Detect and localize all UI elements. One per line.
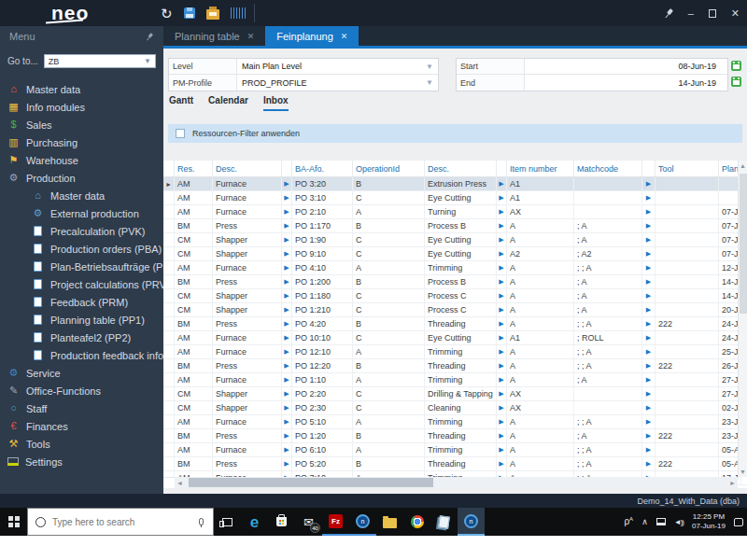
drilldown-arrow-icon[interactable]: ▶ xyxy=(642,205,655,218)
sidebar-item-planning-table-pp1[interactable]: Planning table (PP1) xyxy=(0,311,163,329)
drilldown-arrow-icon[interactable]: ▶ xyxy=(282,247,292,260)
table-row[interactable]: AMFurnace▶PO 2:10ATurning▶AX▶07-J xyxy=(163,205,747,219)
taskbar-clock[interactable]: 12:25 PM 07-Jun-19 xyxy=(692,512,726,531)
restore-icon[interactable] xyxy=(709,9,716,18)
drilldown-arrow-icon[interactable]: ▶ xyxy=(497,415,507,428)
column-header-desc[interactable]: Desc. xyxy=(213,161,282,176)
drilldown-arrow-icon[interactable]: ▶ xyxy=(642,289,655,302)
sidebar-item-service[interactable]: ⚙Service xyxy=(0,364,163,382)
tab-planning-table[interactable]: Planning table✕ xyxy=(163,26,265,46)
scroll-right-icon[interactable]: ► xyxy=(729,480,736,486)
mail-button[interactable]: ✉40 xyxy=(295,508,322,536)
column-header-matchcode[interactable]: Matchcode xyxy=(574,161,642,176)
table-row[interactable]: AMFurnace▶PO 5:10ATrimming▶A; ; A▶23-J xyxy=(163,415,747,429)
drilldown-arrow-icon[interactable]: ▶ xyxy=(282,191,292,204)
scroll-left-icon[interactable]: ◄ xyxy=(175,480,183,486)
print-icon[interactable] xyxy=(206,9,219,20)
sidebar-item-purchasing[interactable]: ▥Purchasing xyxy=(0,133,163,151)
neo-app-button-active[interactable]: n xyxy=(458,508,485,536)
sidebar-item-staff[interactable]: ○Staff xyxy=(0,399,163,417)
level-select[interactable]: Main Plan Level ▼ xyxy=(237,59,438,74)
drilldown-arrow-icon[interactable]: ▶ xyxy=(282,373,292,386)
drilldown-arrow-icon[interactable]: ▶ xyxy=(282,387,292,400)
refresh-icon[interactable]: ↻ xyxy=(161,7,173,21)
table-row[interactable]: ▸AMFurnace▶PO 3:20BExtrusion Press▶A1▶ xyxy=(163,177,747,191)
drilldown-arrow-icon[interactable]: ▶ xyxy=(497,275,507,288)
drilldown-arrow-icon[interactable]: ▶ xyxy=(642,275,655,288)
drilldown-arrow-icon[interactable]: ▶ xyxy=(497,387,507,400)
drilldown-arrow-icon[interactable]: ▶ xyxy=(282,233,292,246)
start-date-field[interactable]: 08-Jun-19 xyxy=(525,59,727,74)
drilldown-arrow-icon[interactable]: ▶ xyxy=(497,317,507,330)
sidebar-item-feedback-prm[interactable]: Feedback (PRM) xyxy=(0,293,163,311)
table-row[interactable]: AMFurnace▶PO 6:10ATrimming▶A; ; A▶05-A xyxy=(163,443,747,457)
filezilla-button[interactable]: Fz xyxy=(322,508,349,536)
drilldown-arrow-icon[interactable]: ▶ xyxy=(282,289,292,302)
drilldown-arrow-icon[interactable]: ▶ xyxy=(282,303,292,316)
calendar-icon[interactable] xyxy=(731,61,741,71)
subtab-inbox[interactable]: Inbox xyxy=(263,95,289,111)
drilldown-arrow-icon[interactable]: ▶ xyxy=(497,247,507,260)
network-icon[interactable] xyxy=(656,518,666,525)
table-row[interactable]: AMFurnace▶PO 3:10CEye Cutting▶A1▶ xyxy=(163,191,747,205)
drilldown-arrow-icon[interactable]: ▶ xyxy=(282,205,292,218)
drilldown-arrow-icon[interactable]: ▶ xyxy=(642,191,655,204)
drilldown-arrow-icon[interactable]: ▶ xyxy=(642,415,655,428)
task-view-button[interactable] xyxy=(214,508,241,536)
sidebar-item-production[interactable]: ⚙Production xyxy=(0,169,163,187)
calendar-icon[interactable] xyxy=(731,77,741,87)
chevron-down-icon[interactable]: ▼ xyxy=(426,78,433,87)
drilldown-arrow-icon[interactable]: ▶ xyxy=(642,261,655,274)
explorer-button[interactable] xyxy=(376,508,403,536)
sidebar-item-master-data[interactable]: ⌂Master data xyxy=(0,80,163,98)
table-row[interactable]: CMShapper▶PO 2:20CDrilling & Tapping▶AX▶… xyxy=(163,387,747,401)
drilldown-arrow-icon[interactable]: ▶ xyxy=(642,457,655,470)
drilldown-arrow-icon[interactable]: ▶ xyxy=(282,401,292,414)
horizontal-scrollbar[interactable]: ◄ ► xyxy=(175,477,738,488)
table-row[interactable]: CMShapper▶PO 1:180CProcess C▶A; A▶14-J xyxy=(163,289,747,303)
drilldown-arrow-icon[interactable]: ▶ xyxy=(282,429,292,442)
table-row[interactable]: CMShapper▶PO 1:90CEye Cutting▶A; A▶07-J xyxy=(163,233,747,247)
minimize-icon[interactable]: – xyxy=(688,7,694,19)
column-header-tool[interactable]: Tool xyxy=(655,161,719,176)
drilldown-arrow-icon[interactable]: ▶ xyxy=(497,289,507,302)
column-header-blank[interactable] xyxy=(282,161,292,176)
drilldown-arrow-icon[interactable]: ▶ xyxy=(282,331,292,344)
column-header-blank[interactable] xyxy=(163,161,175,176)
drilldown-arrow-icon[interactable]: ▶ xyxy=(642,219,655,232)
drilldown-arrow-icon[interactable]: ▶ xyxy=(497,205,507,218)
vertical-scrollbar[interactable]: ▲ ▼ xyxy=(738,161,747,477)
table-row[interactable]: BMPress▶PO 4:20BThreading▶A; ; A▶22224-J xyxy=(163,317,747,331)
drilldown-arrow-icon[interactable]: ▶ xyxy=(497,303,507,316)
drilldown-arrow-icon[interactable]: ▶ xyxy=(642,429,655,442)
subtab-calendar[interactable]: Calendar xyxy=(208,95,248,111)
sidebar-item-tools[interactable]: ⚒Tools xyxy=(0,435,163,453)
scroll-up-icon[interactable]: ▲ xyxy=(739,162,747,169)
drilldown-arrow-icon[interactable]: ▶ xyxy=(282,275,292,288)
sidebar-pin-icon[interactable] xyxy=(144,31,155,42)
drilldown-arrow-icon[interactable]: ▶ xyxy=(497,177,507,190)
speaker-icon[interactable]: ◄)) xyxy=(674,518,684,526)
scroll-down-icon[interactable]: ▼ xyxy=(739,469,747,475)
notification-icon[interactable] xyxy=(734,518,743,526)
sidebar-item-settings[interactable]: Settings xyxy=(0,453,163,470)
sidebar-item-office-functions[interactable]: ✎Office-Functions xyxy=(0,382,163,399)
close-tab-icon[interactable]: ✕ xyxy=(341,32,348,41)
close-icon[interactable]: ✕ xyxy=(731,7,740,20)
drilldown-arrow-icon[interactable]: ▶ xyxy=(497,443,507,456)
table-row[interactable]: BMPress▶PO 1:20BThreading▶A; A▶22223-J xyxy=(163,429,747,443)
barcode-icon[interactable] xyxy=(231,7,246,19)
column-header-operationid[interactable]: OperationId xyxy=(353,161,425,176)
sidebar-item-master-data[interactable]: ⌂Master data xyxy=(0,187,163,204)
drilldown-arrow-icon[interactable]: ▶ xyxy=(282,317,292,330)
table-row[interactable]: BMPress▶PO 5:20BThreading▶A; ; A▶22205-A xyxy=(163,457,747,471)
pm-profile-select[interactable]: PROD_PROFILE ▼ xyxy=(237,75,438,91)
end-date-field[interactable]: 14-Jun-19 xyxy=(525,75,727,91)
microphone-icon[interactable] xyxy=(199,518,204,525)
sidebar-item-sales[interactable]: $Sales xyxy=(0,116,163,133)
edge-button[interactable]: e xyxy=(241,508,268,536)
drilldown-arrow-icon[interactable]: ▶ xyxy=(642,317,655,330)
drilldown-arrow-icon[interactable]: ▶ xyxy=(497,233,507,246)
vertical-scroll-thumb[interactable] xyxy=(740,174,747,314)
column-header-desc[interactable]: Desc. xyxy=(425,161,497,176)
